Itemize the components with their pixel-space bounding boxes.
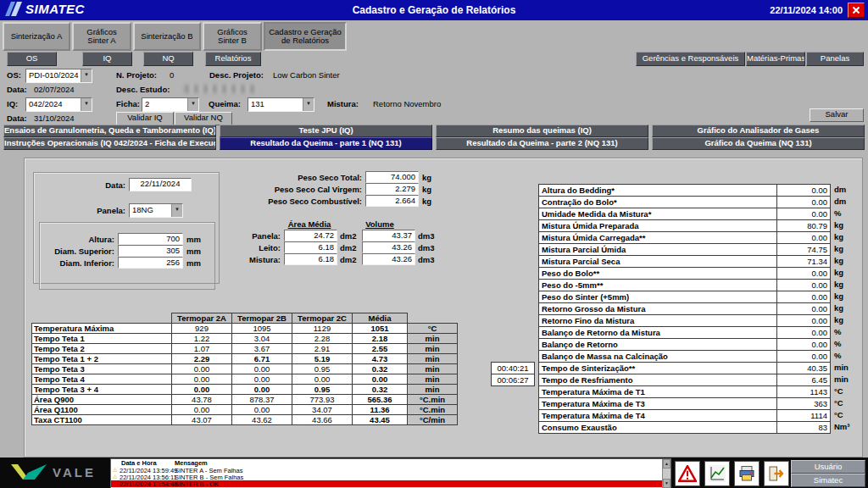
validar-nq-button[interactable]: Validar NQ	[175, 112, 232, 125]
trend-button[interactable]	[704, 461, 730, 486]
report-tab[interactable]: Teste JPU (IQ)	[220, 125, 432, 137]
result-label: Temperatura Máxima de T1	[538, 385, 777, 398]
area-volume-row: Panela:24.72dm243.37dm3	[201, 230, 435, 241]
result-row: Balanço de Retorno da Mistura0.00%	[491, 326, 868, 339]
chevron-down-icon[interactable]: ▼	[303, 98, 314, 111]
area-volume-row: Leito:6.18dm243.26dm3	[201, 241, 435, 253]
thermo-value-c: 2.91	[292, 344, 353, 354]
result-value: 0.00	[776, 338, 831, 351]
thermo-row: Tempo Teta 30.000.000.950.32min	[32, 364, 458, 374]
nav-bar: OSIQNQRelatórios Gerências e Responsávei…	[0, 52, 868, 65]
user-label-button[interactable]: Usuário	[791, 460, 865, 474]
alarm-warning-button[interactable]	[675, 461, 700, 486]
time-display: 00:06:27	[491, 374, 535, 386]
thermo-header-b: Termopar 2B	[232, 313, 292, 324]
desc-estudo-redacted	[185, 85, 257, 93]
nav-button[interactable]: Panelas	[806, 52, 864, 66]
panela-select[interactable]: 18NG▼	[129, 203, 183, 218]
time-display	[491, 302, 535, 315]
result-label: Mistura Parcial Seca	[538, 255, 777, 268]
thermo-corner-cell	[32, 313, 172, 324]
chevron-down-icon[interactable]: ▼	[81, 98, 92, 111]
result-row: 00:06:27Tempo de Resfriamento6.45min	[491, 374, 868, 386]
alarm-scrollbar[interactable]: ▲ ▼	[662, 459, 670, 488]
report-tab-row-2: Instruções Operacionais (IQ 042/2024 - F…	[3, 137, 865, 150]
validar-iq-button[interactable]: Validar IQ	[116, 112, 174, 125]
report-tab[interactable]: Resultado da Queima - parte 1 (NQ 131)	[220, 137, 432, 150]
ficha-value: 2	[142, 98, 187, 111]
main-tab[interactable]: Gráficos Sinter B	[203, 22, 262, 51]
thermo-value-media: 0.00	[353, 374, 408, 385]
result-row: Retorno Fino da Mistura0.00kg	[491, 314, 868, 327]
result-unit: °C	[831, 385, 868, 398]
exit-button[interactable]	[764, 461, 789, 486]
thermo-row: Área Q11000.000.0034.0711.36°C.min	[32, 405, 458, 415]
desc-projeto-label: Desc. Projeto:	[209, 70, 264, 80]
chevron-down-icon[interactable]: ▼	[81, 69, 92, 82]
alarm-panel[interactable]: Data e Hora Mensagem 22/11/2024 13:59:49…	[110, 458, 671, 488]
thermo-row: Tempo Teta 11.223.042.282.18min	[32, 334, 458, 344]
main-tab-bar: Sinterização A Gráficos Sinter A Sinteri…	[3, 22, 347, 51]
result-value: 0.00	[776, 184, 831, 197]
salvar-button[interactable]: Salvar	[810, 108, 864, 122]
dimension-label: Altura:	[40, 235, 114, 244]
data-iq-value: 31/10/2024	[34, 114, 75, 123]
ficha-select[interactable]: 2▼	[142, 97, 199, 112]
peso-value: 2.664	[365, 195, 419, 207]
queima-select[interactable]: 131▼	[248, 97, 314, 112]
nav-button[interactable]: Relatórios	[205, 52, 261, 66]
result-value: 80.79	[776, 219, 831, 232]
nav-button[interactable]: IQ	[82, 52, 132, 66]
os-select[interactable]: PDI-010/2024▼	[25, 69, 92, 83]
report-tab[interactable]: Gráfico do Analisador de Gases	[652, 125, 865, 137]
volume-unit: dm3	[415, 231, 435, 241]
report-print-button[interactable]	[734, 461, 760, 486]
report-tab[interactable]: Ensaios de Granulometria, Queda e Tambor…	[3, 125, 216, 137]
user-name-button[interactable]: Simatec	[791, 474, 865, 487]
result-label: Contração do Bolo*	[538, 196, 777, 208]
main-tab[interactable]: Cadastro e Geração de Relatórios	[264, 22, 347, 51]
nav-button[interactable]: Matérias-Primas	[746, 52, 805, 66]
iq-select[interactable]: 042/2024▼	[25, 97, 92, 112]
scroll-down-icon[interactable]: ▼	[663, 479, 670, 488]
peso-unit: kg	[422, 185, 431, 194]
main-tab[interactable]: Sinterização B	[133, 22, 201, 51]
result-unit: kg	[831, 279, 868, 291]
area-media-header: Área Média	[284, 219, 335, 229]
time-display	[491, 267, 535, 280]
iq-value: 042/2024	[26, 98, 81, 111]
content-panel: Data: 22/11/2024 Panela: 18NG▼ Altura:70…	[24, 158, 863, 458]
dimension-value: 256	[118, 257, 183, 269]
thermo-value-b: 3.67	[232, 344, 292, 354]
scroll-up-icon[interactable]: ▲	[663, 459, 670, 469]
result-value: 6.45	[776, 374, 831, 386]
thermo-value-a: 1.07	[172, 344, 232, 354]
result-value: 0.00	[776, 291, 831, 303]
report-tab[interactable]: Resumo das queimas (IQ)	[436, 125, 648, 137]
thermo-value-b: 1095	[232, 324, 292, 334]
thermo-row-label: Tempo Teta 4	[32, 374, 172, 385]
time-display	[491, 184, 535, 197]
alarm-row[interactable]: 22/11/2024 13:54:48SINTER B - OK	[111, 480, 670, 487]
close-button[interactable]	[848, 3, 865, 18]
time-display	[491, 314, 535, 327]
thermo-value-media: 11.36	[353, 405, 408, 415]
volume-value: 43.26	[362, 253, 415, 265]
main-tab[interactable]: Gráficos Sinter A	[72, 22, 131, 51]
nav-button[interactable]: OS	[7, 52, 57, 66]
report-tab[interactable]: Gráfico da Queima (NQ 131)	[652, 137, 865, 150]
peso-label: Peso Seco Cal Virgem:	[236, 185, 362, 194]
report-tab[interactable]: Resultado da Queima - parte 2 (NQ 131)	[436, 137, 648, 150]
trend-chart-icon	[708, 465, 726, 482]
result-unit: °C	[831, 409, 868, 422]
chevron-down-icon[interactable]: ▼	[171, 204, 182, 217]
peso-label: Peso Seco Total:	[236, 173, 362, 182]
nav-button[interactable]: NQ	[143, 52, 193, 66]
nav-button[interactable]: Gerências e Responsáveis	[636, 52, 745, 66]
main-tab[interactable]: Sinterização A	[3, 22, 70, 51]
report-tab[interactable]: Instruções Operacionais (IQ 042/2024 - F…	[3, 137, 216, 150]
thermo-row-unit: °C	[408, 324, 458, 334]
chevron-down-icon[interactable]: ▼	[187, 98, 198, 111]
result-unit: dm	[831, 196, 868, 208]
result-unit: %	[831, 208, 868, 220]
